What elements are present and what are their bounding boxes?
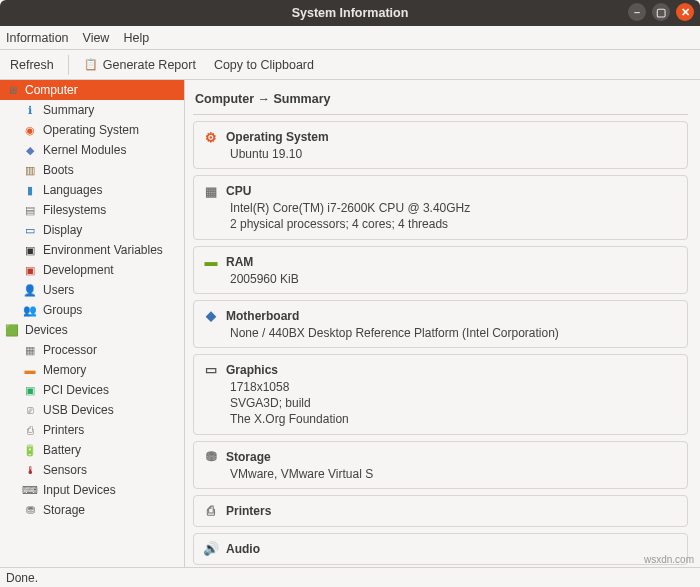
section-body: Intel(R) Core(TM) i7-2600K CPU @ 3.40GHz… [202,200,679,232]
section-title: CPU [226,184,251,198]
sidebar-item-development[interactable]: ▣Development [0,260,184,280]
close-button[interactable]: ✕ [676,3,694,21]
breadcrumb: Computer → Summary [193,88,688,115]
users-icon: 👤 [22,282,38,298]
sidebar-item-display[interactable]: ▭Display [0,220,184,240]
sidebar-item-environment-variables[interactable]: ▣Environment Variables [0,240,184,260]
usb-icon: ⎚ [22,402,38,418]
menu-view[interactable]: View [83,31,110,45]
sidebar-item-label: Sensors [43,463,87,477]
memory-icon: ▬ [22,362,38,378]
section-motherboard: ◆MotherboardNone / 440BX Desktop Referen… [193,300,688,348]
sidebar-item-label: Printers [43,423,84,437]
sidebar-item-label: Languages [43,183,102,197]
titlebar: System Information – ▢ ✕ [0,0,700,26]
summary-sections: ⚙Operating SystemUbuntu 19.10▦CPUIntel(R… [193,121,688,565]
window-controls: – ▢ ✕ [628,3,694,21]
copy-clipboard-button[interactable]: Copy to Clipboard [210,56,318,74]
section-title: Printers [226,504,271,518]
sidebar-item-label: Storage [43,503,85,517]
generate-report-button[interactable]: 📋 Generate Report [79,55,200,75]
section-body: 1718x1058SVGA3D; buildThe X.Org Foundati… [202,379,679,428]
generate-report-label: Generate Report [103,58,196,72]
status-text: Done. [6,571,38,585]
sidebar-item-input-devices[interactable]: ⌨Input Devices [0,480,184,500]
section-line: The X.Org Foundation [230,411,679,427]
section-line: 2005960 KiB [230,271,679,287]
sidebar-item-pci-devices[interactable]: ▣PCI Devices [0,380,184,400]
sidebar-item-printers[interactable]: ⎙Printers [0,420,184,440]
sidebar-item-label: Boots [43,163,74,177]
menu-help[interactable]: Help [123,31,149,45]
report-icon: 📋 [83,57,99,73]
refresh-button[interactable]: Refresh [6,56,58,74]
sidebar-item-computer[interactable]: 🖥Computer [0,80,184,100]
sidebar-item-filesystems[interactable]: ▤Filesystems [0,200,184,220]
sidebar-item-label: Computer [25,83,78,97]
sidebar-item-label: Filesystems [43,203,106,217]
sidebar-item-summary[interactable]: ℹSummary [0,100,184,120]
sidebar-item-kernel-modules[interactable]: ◆Kernel Modules [0,140,184,160]
sidebar-item-label: Input Devices [43,483,116,497]
sidebar-item-label: Kernel Modules [43,143,126,157]
sidebar-item-storage[interactable]: ⛃Storage [0,500,184,520]
battery-icon: 🔋 [22,442,38,458]
section-body: VMware, VMware Virtual S [202,466,679,482]
info-icon: ℹ [22,102,38,118]
os-icon: ◉ [22,122,38,138]
printers-icon: ⎙ [22,422,38,438]
sidebar-item-label: Users [43,283,74,297]
menu-information[interactable]: Information [6,31,69,45]
filesystems-icon: ▤ [22,202,38,218]
sidebar-item-label: USB Devices [43,403,114,417]
section-title: Audio [226,542,260,556]
section-storage: ⛃StorageVMware, VMware Virtual S [193,441,688,489]
statusbar: Done. [0,567,700,587]
sidebar-item-label: Development [43,263,114,277]
sidebar-item-boots[interactable]: ▥Boots [0,160,184,180]
sidebar-item-label: Display [43,223,82,237]
sidebar-item-sensors[interactable]: 🌡Sensors [0,460,184,480]
languages-icon: ▮ [22,182,38,198]
sidebar-item-devices[interactable]: 🟩Devices [0,320,184,340]
devices-icon: 🟩 [4,322,20,338]
graphics-icon: ▭ [202,361,220,379]
cpu-icon: ▦ [202,182,220,200]
watermark: wsxdn.com [644,554,694,565]
gear-icon: ⚙ [202,128,220,146]
sidebar-item-users[interactable]: 👤Users [0,280,184,300]
sidebar-item-processor[interactable]: ▦Processor [0,340,184,360]
section-line: Ubuntu 19.10 [230,146,679,162]
sidebar-item-label: Environment Variables [43,243,163,257]
kernel-icon: ◆ [22,142,38,158]
maximize-button[interactable]: ▢ [652,3,670,21]
sidebar-item-battery[interactable]: 🔋Battery [0,440,184,460]
toolbar: Refresh 📋 Generate Report Copy to Clipbo… [0,50,700,80]
processor-icon: ▦ [22,342,38,358]
sidebar-item-label: Groups [43,303,82,317]
sidebar-item-label: Operating System [43,123,139,137]
menubar: Information View Help [0,26,700,50]
section-body: 2005960 KiB [202,271,679,287]
storage-icon: ⛃ [22,502,38,518]
sidebar-item-languages[interactable]: ▮Languages [0,180,184,200]
section-body: Ubuntu 19.10 [202,146,679,162]
section-line: 1718x1058 [230,379,679,395]
sidebar-tree[interactable]: 🖥ComputerℹSummary◉Operating System◆Kerne… [0,80,185,567]
section-printers: ⎙Printers [193,495,688,527]
section-line: 2 physical processors; 4 cores; 4 thread… [230,216,679,232]
sidebar-item-memory[interactable]: ▬Memory [0,360,184,380]
input-icon: ⌨ [22,482,38,498]
audio-icon: 🔊 [202,540,220,558]
sidebar-item-groups[interactable]: 👥Groups [0,300,184,320]
development-icon: ▣ [22,262,38,278]
sidebar-item-usb-devices[interactable]: ⎚USB Devices [0,400,184,420]
section-title: Motherboard [226,309,299,323]
section-title: Graphics [226,363,278,377]
section-line: None / 440BX Desktop Reference Platform … [230,325,679,341]
sidebar-item-operating-system[interactable]: ◉Operating System [0,120,184,140]
minimize-button[interactable]: – [628,3,646,21]
sidebar-item-label: Summary [43,103,94,117]
ram-icon: ▬ [202,253,220,271]
content-area: 🖥ComputerℹSummary◉Operating System◆Kerne… [0,80,700,567]
